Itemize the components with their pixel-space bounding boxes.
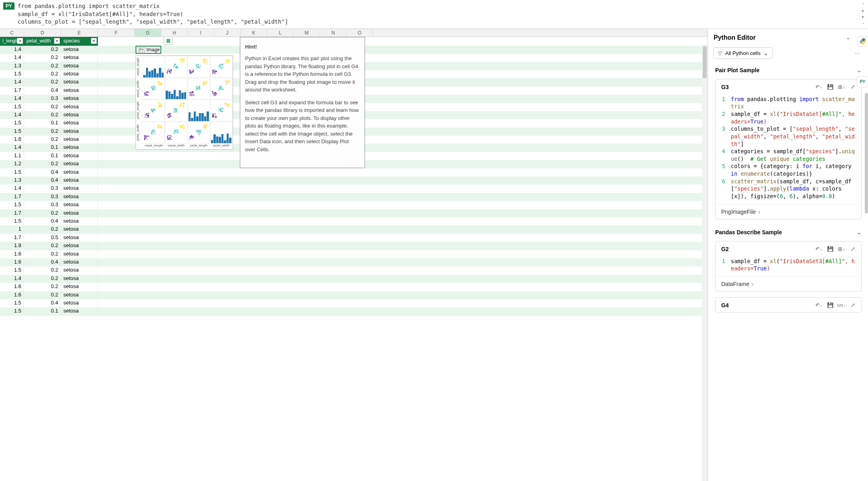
table-row[interactable]: 1.50.3setosa — [0, 201, 708, 209]
column-header-D[interactable]: D — [24, 29, 61, 37]
expand-icon[interactable]: ⤢ — [848, 245, 857, 254]
more-options-icon[interactable]: ⋯ — [852, 49, 864, 58]
column-header-E[interactable]: E — [61, 29, 98, 37]
table-row[interactable]: 1.50.1setosa — [0, 307, 708, 315]
panel-title: Python Editor — [714, 34, 840, 41]
table-header-petal-width[interactable]: petal_width▾ — [24, 37, 61, 46]
collapse-icon[interactable]: ⌄ — [844, 34, 852, 42]
python-object-icon: PY — [138, 47, 145, 52]
table-header-petal-length[interactable]: l_length▾ — [0, 37, 24, 46]
table-row[interactable]: 1.60.2setosa — [0, 291, 708, 299]
cell-reference: G2 — [721, 246, 812, 252]
table-row[interactable]: 1.90.2setosa — [0, 242, 708, 250]
filter-icon: ▽ — [718, 50, 722, 56]
python-edit-tab[interactable]: PY — [857, 76, 868, 87]
table-row[interactable]: 1.50.2setosa — [0, 266, 708, 274]
cell-output[interactable]: PngImageFile› — [716, 204, 861, 219]
hint-box: Hint! Python in Excel creates this pair … — [240, 37, 365, 168]
column-header-J[interactable]: J — [214, 29, 241, 37]
cell-output[interactable]: DataFrame› — [716, 276, 861, 291]
column-header-M[interactable]: M — [294, 29, 320, 37]
table-row[interactable]: 1.70.5setosa — [0, 234, 708, 242]
table-row[interactable]: 10.2setosa — [0, 225, 708, 233]
undo-icon[interactable]: ↶⌄ — [815, 83, 823, 91]
pair-plot-image[interactable]: sepal_lengthsepal_widthpetal_lengthpetal… — [136, 55, 233, 150]
column-headers: CDEFGHIJKLMNO — [0, 29, 708, 37]
spreadsheet[interactable]: CDEFGHIJKLMNO l_length▾ petal_width▾ spe… — [0, 29, 708, 481]
cell-reference: G4 — [721, 302, 812, 308]
save-icon[interactable]: 💾 — [826, 83, 835, 91]
panel-scrollbar[interactable] — [865, 93, 868, 477]
table-row[interactable]: 1.70.2setosa — [0, 209, 708, 217]
table-row[interactable]: 1.60.2setosa — [0, 283, 708, 291]
table-row[interactable]: 1.40.2setosa — [0, 275, 708, 283]
undo-icon[interactable]: ↶⌄ — [815, 301, 823, 310]
chevron-down-icon: ⌄ — [857, 229, 862, 235]
section-header[interactable]: Pandas Describe Sample⌄ — [713, 225, 864, 239]
hint-paragraph-1: Python in Excel creates this pair plot u… — [245, 55, 360, 94]
table-row[interactable]: 1.60.2setosa — [0, 250, 708, 258]
formula-bar-expand[interactable]: ⌃●●⌄ — [862, 2, 865, 26]
table-row[interactable]: 1.70.3setosa — [0, 193, 708, 201]
chevron-right-icon: › — [752, 281, 754, 287]
column-header-C[interactable]: C — [0, 29, 24, 37]
table-row[interactable]: 1.30.4setosa — [0, 177, 708, 185]
output-mode-toggle[interactable]: ⊞⌄ — [837, 83, 846, 91]
filter-dropdown-icon[interactable]: ▾ — [54, 38, 60, 44]
cell-reference: G3 — [721, 84, 812, 90]
table-row[interactable]: 1.40.3setosa — [0, 185, 708, 193]
filter-dropdown-icon[interactable]: ▾ — [91, 38, 97, 44]
cell-filter-dropdown[interactable]: ▽ All Python cells ⌄ — [714, 47, 773, 59]
formula-bar[interactable]: PY from pandas.plotting import scatter_m… — [0, 0, 868, 29]
column-header-K[interactable]: K — [241, 29, 267, 37]
chevron-down-icon: ⌄ — [764, 50, 768, 56]
vertical-scrollbar[interactable] — [702, 45, 708, 481]
table-header-species[interactable]: species▾ — [61, 37, 98, 46]
column-header-H[interactable]: H — [161, 29, 188, 37]
python-badge: PY — [3, 2, 14, 10]
python-cell-card: G2↶⌄💾⊞⌄⤢1sample_df = xl("IrisDataSet3[#A… — [715, 241, 862, 292]
column-header-G[interactable]: G — [135, 29, 161, 37]
output-mode-toggle[interactable]: ⊞⌄ — [837, 245, 846, 254]
table-row[interactable]: 1.50.4setosa — [0, 168, 708, 177]
table-row[interactable]: 1.50.4setosa — [0, 217, 708, 225]
save-icon[interactable]: 💾 — [826, 245, 835, 254]
hint-title: Hint! — [245, 43, 360, 51]
table-row[interactable]: 1.50.4setosa — [0, 299, 708, 307]
selected-cell-g3[interactable]: PY Image — [136, 46, 161, 54]
column-header-I[interactable]: I — [188, 29, 214, 37]
chevron-right-icon: › — [758, 209, 760, 215]
output-mode-toggle[interactable]: 123⌄ — [837, 301, 846, 310]
python-editor-panel: Python Editor ⌄ ✕ PY ▽ All Python cells … — [708, 29, 868, 481]
save-icon[interactable]: 💾 — [826, 301, 835, 310]
undo-icon[interactable]: ↶⌄ — [815, 245, 823, 254]
filter-dropdown-icon[interactable]: ▾ — [17, 38, 23, 44]
column-header-F[interactable]: F — [98, 29, 135, 37]
column-header-L[interactable]: L — [267, 29, 294, 37]
formula-text[interactable]: from pandas.plotting import scatter_matr… — [18, 2, 859, 26]
expand-icon[interactable]: ⤢ — [848, 301, 857, 310]
expand-icon[interactable]: ⤢ — [848, 83, 857, 91]
table-row[interactable]: 1.60.4setosa — [0, 258, 708, 266]
hint-paragraph-2: Select cell G3 and expand the formula ba… — [245, 99, 360, 154]
insert-data-icon[interactable]: ▦ — [164, 37, 172, 45]
python-cell-card: G3↶⌄💾⊞⌄⤢1from pandas.plotting import sca… — [715, 79, 862, 219]
chevron-down-icon: ⌄ — [857, 67, 862, 73]
column-header-N[interactable]: N — [320, 29, 347, 37]
column-header-O[interactable]: O — [347, 29, 373, 37]
python-cell-card: G4↶⌄💾123⌄⤢ — [715, 297, 862, 313]
python-logo-tab[interactable] — [858, 36, 868, 47]
section-header[interactable]: Pair Plot Sample⌄ — [713, 63, 864, 77]
